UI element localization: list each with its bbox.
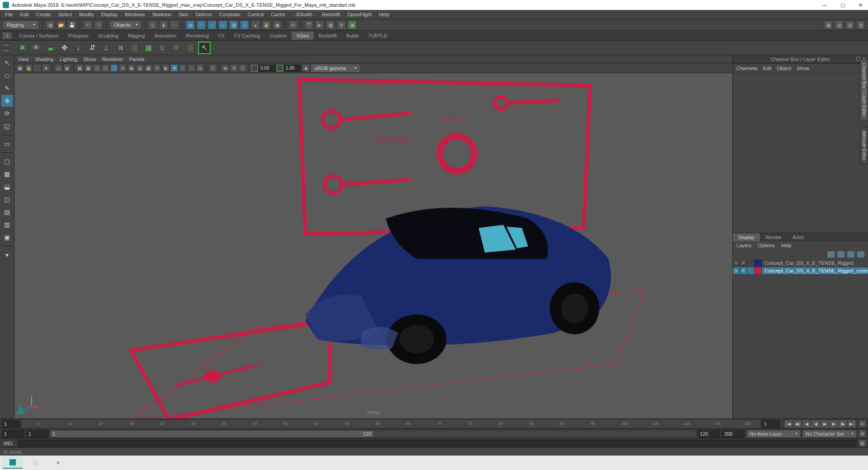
panel-menu-show[interactable]: Show [84,56,96,62]
open-scene-icon[interactable]: 📂 [57,20,66,29]
panel-menu-shading[interactable]: Shading [35,56,53,62]
maximize-button[interactable]: ▢ [838,2,848,8]
menu-create[interactable]: Create [33,11,54,18]
use-default-material-icon[interactable]: ◉ [127,64,135,72]
move-layer-up-icon[interactable] [827,251,835,258]
render-settings-icon[interactable]: ⚙ [337,20,346,29]
toggle-attribute-editor-icon[interactable]: ▤ [835,20,844,29]
multisample-icon[interactable]: ∴ [188,64,195,72]
layer-color-swatch[interactable] [755,267,762,274]
play-forwards-icon[interactable]: ▶ [821,420,829,428]
menu-redshift[interactable]: Redshift [319,11,343,18]
move-layer-down-icon[interactable] [837,251,844,258]
toggle-modeling-toolkit-icon[interactable]: ▦ [824,20,833,29]
last-tool[interactable]: ▭ [1,138,13,150]
anim-layer-dropdown[interactable]: No Anim Layer [746,430,801,438]
select-tool[interactable]: ↖ [1,57,13,69]
wireframe-on-shaded-icon[interactable]: ◍ [136,64,144,72]
highlight-selection-icon[interactable]: ▣ [273,20,282,29]
save-scene-icon[interactable]: 💾 [67,20,76,29]
lasso-tool[interactable]: ⬭ [1,70,13,81]
cb-menu-channels[interactable]: Channels [736,66,757,71]
gamma-toggle-icon[interactable] [277,65,283,71]
snap-plane-icon[interactable]: ◇ [218,20,227,29]
use-all-lights-icon[interactable]: ☀ [153,64,161,72]
menu-help[interactable]: Help [376,11,392,18]
go-to-start-icon[interactable]: |◀ [784,420,793,428]
xray-components-icon[interactable]: ◇ [239,64,246,72]
menu-deform[interactable]: Deform [193,11,215,18]
move-tool[interactable]: ✥ [1,95,13,107]
ipr-render-icon[interactable]: ▶ [315,20,324,29]
select-camera-icon[interactable]: ▣ [16,64,24,72]
layer-menu-layers[interactable]: Layers [736,243,751,248]
selection-mode-dropdown[interactable]: Objects [110,20,142,29]
resolution-gate-icon[interactable]: ◻ [93,64,101,72]
construction-history-icon[interactable]: ⟲ [288,20,297,29]
xgen-convert-prim-icon[interactable]: ⇵ [86,42,99,54]
taskbar-window-icon[interactable]: ▢ [25,457,45,469]
close-button[interactable]: ✕ [856,2,865,8]
xgen-flip-guide-icon[interactable]: ⤭ [114,42,127,54]
undo-icon[interactable]: ↶ [83,20,92,29]
snap-view-icon[interactable]: ▣ [229,20,238,29]
step-forward-key-icon[interactable]: |▶ [839,420,847,428]
xgen-guide-tool-icon[interactable]: ✥ [58,42,71,54]
two-side-lighting-icon[interactable]: ◐ [63,64,71,72]
menu-skin[interactable]: Skin [175,11,191,18]
xgen-region-map-icon[interactable]: ▦ [142,42,155,54]
menu-openflight[interactable]: OpenFlight [344,11,375,18]
motion-blur-icon[interactable]: ≈ [179,64,187,72]
layer-playback-toggle[interactable]: P [740,259,747,267]
xray-joints-icon[interactable]: ✦ [230,64,238,72]
shelf-tab-animation[interactable]: Animation [150,32,181,40]
go-to-end-icon[interactable]: ▶| [848,420,856,428]
step-back-key-icon[interactable]: ◀| [793,420,802,428]
snap-curve-icon[interactable]: ~ [197,20,206,29]
ao-icon[interactable]: ◓ [170,64,178,72]
layout-two-stacked-icon[interactable]: ⬓ [1,181,13,193]
exposure-field[interactable] [259,65,276,72]
shelf-tab-rigging[interactable]: Rigging [123,32,149,40]
cb-menu-show[interactable]: Show [797,66,809,71]
menu-windows[interactable]: Windows [122,11,148,18]
layer-color-swatch[interactable] [755,259,762,267]
lock-selection-icon[interactable]: 🔒 [262,20,271,29]
shelf-tab-fx[interactable]: FX [214,32,229,40]
menu-control[interactable]: Control [245,11,267,18]
shelf-tab-rendering[interactable]: Rendering [181,32,213,40]
colorspace-dropdown[interactable]: sRGB gamma [311,64,360,73]
xgen-open-icon[interactable]: 👁 [30,42,42,54]
layout-four-icon[interactable]: ▦ [1,168,13,180]
toggle-channelbox-icon[interactable]: ▧ [856,20,865,29]
time-slider[interactable]: 1 51015202530354045505560657075808590951… [0,418,868,428]
side-tab-attribute-editor[interactable]: Attribute Editor [860,127,868,164]
shelf-tab-xgen[interactable]: XGen [292,32,313,40]
menu-select[interactable]: Select [55,11,75,18]
layout-single-icon[interactable]: ▢ [1,155,13,167]
panel-menu-renderer[interactable]: Renderer [102,56,123,62]
scale-tool[interactable]: ◱ [1,120,13,132]
render-view-icon[interactable]: ▣ [348,20,357,29]
menu--dtoall-[interactable]: - 3DtoAll - [289,11,318,18]
shelf-menu-icon[interactable]: ≡ [2,32,13,40]
layer-tab-display[interactable]: Display [733,233,760,241]
current-frame-field-left[interactable]: 1 [2,420,20,428]
current-frame-field-right[interactable]: 1 [762,420,780,428]
select-by-hierarchy-icon[interactable]: ▯ [148,20,157,29]
grid-icon[interactable]: ▦ [76,64,84,72]
auto-keyframe-icon[interactable]: ● [859,420,866,428]
command-input[interactable] [18,440,857,447]
gamma-field[interactable] [284,65,301,72]
time-slider-track[interactable]: 5101520253035404550556065707580859095100… [22,420,760,428]
xgen-selection-icon[interactable]: ↖ [198,42,211,54]
xray-icon[interactable]: ◈ [222,64,229,72]
isolate-select-icon[interactable]: ▯ [209,64,217,72]
shelf-tab-bullet[interactable]: Bullet [342,32,363,40]
script-editor-icon[interactable]: ▤ [859,439,866,447]
render-sequence-icon[interactable]: ▦ [326,20,335,29]
image-plane-icon[interactable]: ▭ [55,64,62,72]
cb-menu-edit[interactable]: Edit [763,66,771,71]
depth-of-field-icon[interactable]: ◎ [196,64,204,72]
layer-visibility-toggle[interactable]: V [733,267,740,274]
